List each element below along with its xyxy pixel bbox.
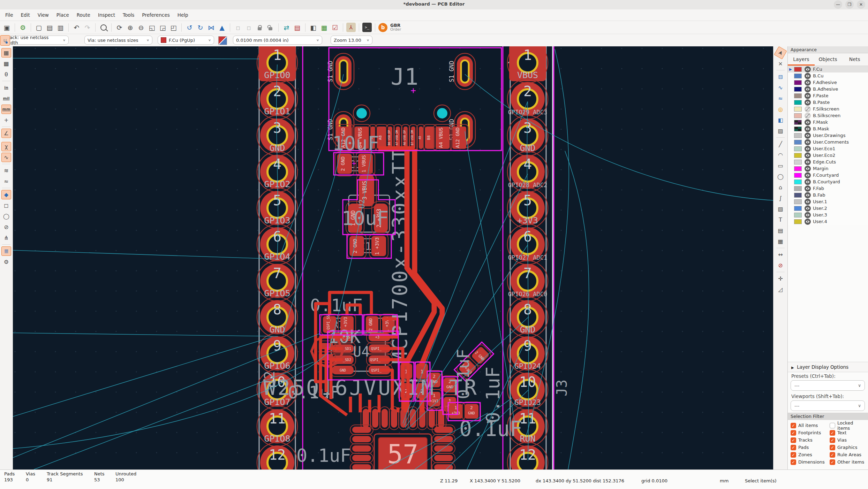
pcb-text[interactable]: A4 VBUS	[438, 127, 444, 148]
filter-tracks[interactable]: ✓Tracks	[791, 436, 830, 444]
high-contrast-mode-icon[interactable]: ≣	[1, 246, 11, 256]
dimension-icon[interactable]: ↔	[776, 250, 785, 259]
pcb-text[interactable]: S1 GND	[448, 61, 455, 82]
pcb-text[interactable]: J3	[554, 380, 570, 396]
layer-color-swatch[interactable]	[794, 113, 802, 118]
layer-row-b-silkscreen[interactable]: B.Silkscreen	[788, 112, 868, 119]
page-settings-icon[interactable]: ▢	[34, 23, 44, 32]
save-icon[interactable]: ▣	[2, 23, 12, 32]
menu-inspect[interactable]: Inspect	[94, 9, 119, 21]
delete-tool-icon[interactable]: ⊘	[776, 261, 785, 270]
layer-row-b-courtyard[interactable]: B.Courtyard	[788, 178, 868, 185]
checkbox-icon[interactable]: ✓	[830, 423, 835, 428]
footprint-editor-icon[interactable]: ◧	[309, 23, 318, 32]
qfn-pad[interactable]	[372, 409, 378, 428]
crosshair-cursor-icon[interactable]: +	[1, 115, 11, 125]
qfn-pad[interactable]	[429, 409, 435, 428]
units-mils-icon[interactable]: mil	[1, 94, 11, 103]
layer-color-swatch[interactable]	[794, 120, 802, 125]
qfn-pad[interactable]	[434, 464, 453, 469]
layer-visibility-icon[interactable]	[805, 66, 811, 72]
layer-row-user-1[interactable]: User.1	[788, 198, 868, 205]
pcb-text[interactable]: 0.1uF	[296, 445, 351, 466]
layer-row-user-eco1[interactable]: User.Eco1	[788, 145, 868, 152]
filter-dimensions[interactable]: ✓Dimensions	[791, 458, 830, 466]
pcb-text[interactable]: A7 USB_DM	[395, 130, 399, 145]
redo-icon[interactable]: ↷	[83, 23, 92, 32]
track-posture-button[interactable]: ∪	[0, 35, 10, 46]
layer-row-user-4[interactable]: User.4	[788, 218, 868, 225]
grid-overrides-icon[interactable]: ▩	[1, 59, 11, 68]
pcb-text[interactable]: 1	[454, 405, 457, 410]
pcb-text[interactable]: 7	[273, 265, 281, 281]
flip-horizontal-icon[interactable]: ⋈	[206, 23, 216, 32]
layer-color-swatch[interactable]	[794, 193, 802, 198]
add-table-icon[interactable]: ▦	[776, 237, 785, 246]
pcb-text[interactable]: 12	[269, 447, 286, 463]
layer-visibility-icon[interactable]	[805, 119, 811, 125]
layer-row-f-courtyard[interactable]: F.Courtyard	[788, 172, 868, 178]
layer-color-swatch[interactable]	[794, 74, 802, 78]
layer-visibility-icon[interactable]	[805, 132, 811, 139]
add-text-icon[interactable]: T	[776, 215, 785, 224]
menu-preferences[interactable]: Preferences	[138, 9, 173, 21]
place-footprint-icon[interactable]: ⊟	[776, 72, 785, 82]
checkbox-icon[interactable]: ✓	[830, 445, 835, 450]
layer-color-swatch[interactable]	[794, 173, 802, 178]
layer-color-swatch[interactable]	[794, 213, 802, 217]
add-zone-icon[interactable]: ◧	[776, 115, 785, 125]
pcb-text[interactable]: 0.1uF	[453, 349, 473, 399]
layer-visibility-icon[interactable]	[805, 212, 811, 218]
rule-area-icon[interactable]: ▨	[776, 126, 785, 136]
grid-visibility-icon[interactable]: ▦	[1, 48, 11, 58]
pcb-text[interactable]: 5	[273, 192, 281, 208]
filter-text[interactable]: ✓Text	[830, 429, 867, 436]
zoom-out-icon[interactable]: ⊖	[136, 23, 146, 32]
active-layer-select[interactable]: F.Cu (PgUp)∨	[158, 36, 214, 45]
zone-outline-mode-icon[interactable]: ◻	[1, 201, 11, 210]
checkbox-icon[interactable]: ✓	[791, 459, 796, 465]
layer-visibility-icon[interactable]	[805, 152, 811, 159]
layer-display-options[interactable]: ▶ Layer Display Options	[788, 362, 868, 372]
units-mm-icon[interactable]: mm	[1, 105, 11, 114]
menu-file[interactable]: File	[1, 9, 17, 21]
pcb-text[interactable]: GPIO1	[264, 106, 290, 116]
mounting-hole[interactable]	[437, 108, 447, 119]
layer-color-swatch[interactable]	[794, 153, 802, 158]
layer-color-swatch[interactable]	[794, 107, 802, 112]
sketch-vias-icon[interactable]: ⊘	[1, 222, 11, 232]
refresh-icon[interactable]: ⟳	[115, 23, 124, 32]
layer-visibility-icon[interactable]	[805, 106, 811, 112]
ratsnest-visibility-icon[interactable]: χ	[1, 142, 11, 151]
layer-color-swatch[interactable]	[794, 127, 802, 131]
polar-coordinates-icon[interactable]: θ	[1, 70, 11, 79]
pcb-text[interactable]: B8	[427, 135, 431, 140]
net-color-mode-icon[interactable]: ≋	[1, 166, 11, 175]
pcb-text[interactable]: 4	[523, 156, 532, 172]
checkbox-icon[interactable]: ✓	[830, 459, 835, 465]
layer-visibility-icon[interactable]	[805, 79, 811, 86]
qfn-pad[interactable]	[352, 445, 371, 452]
layer-color-swatch[interactable]	[794, 93, 802, 98]
filter-rule-areas[interactable]: ✓Rule Areas	[830, 451, 867, 458]
footprint-library-icon[interactable]: ▤	[293, 23, 302, 32]
pcb-text[interactable]: B6 USB_DP	[388, 130, 391, 145]
menu-place[interactable]: Place	[53, 9, 73, 21]
pcb-canvas[interactable]: 1GPIO02GPIO13GND4GPIO25GPIO36GPIO47GPIO5…	[13, 46, 773, 469]
plot-icon[interactable]: ▥	[56, 23, 65, 32]
draw-polygon-icon[interactable]: ⌂	[776, 183, 785, 192]
layer-row-user-2[interactable]: User.2	[788, 205, 868, 212]
layer-visibility-icon[interactable]	[805, 93, 811, 99]
layer-row-margin[interactable]: Margin	[788, 165, 868, 172]
layer-row-edge-cuts[interactable]: Edge.Cuts	[788, 159, 868, 165]
grid-origin-icon[interactable]: ✛	[776, 274, 785, 283]
draw-bezier-icon[interactable]: ∫	[776, 193, 785, 203]
measure-icon[interactable]: ◿	[776, 285, 785, 294]
pcb-text[interactable]: 9	[523, 338, 532, 354]
unlock-icon[interactable]	[266, 23, 275, 32]
qfn-pad[interactable]	[434, 455, 453, 461]
gbr-order-plugin-icon[interactable]: b	[378, 23, 387, 32]
tune-length-icon[interactable]: ≈	[776, 94, 785, 103]
update-pcb-from-schematic-icon[interactable]: ⇄	[282, 23, 291, 32]
presets-select[interactable]: ---∨	[791, 380, 865, 391]
